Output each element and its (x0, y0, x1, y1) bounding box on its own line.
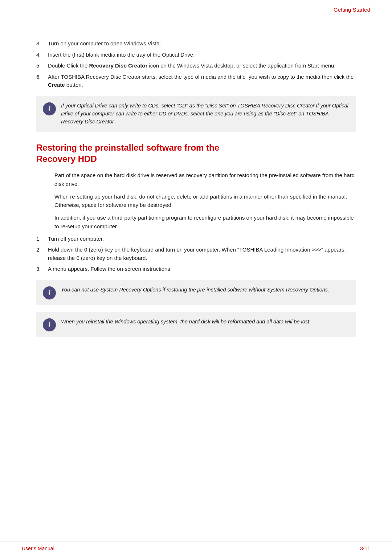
list-item: 3. Turn on your computer to open Windows… (36, 40, 356, 48)
section-heading: Restoring the preinstalled software from… (36, 142, 356, 164)
list-text: Hold down the 0 (zero) key on the keyboa… (48, 246, 356, 262)
list-item: 4. Insert the (first) blank media into t… (36, 51, 356, 59)
footer-area: User’s Manual 3-11 (0, 542, 392, 555)
list-item: 1. Turn off your computer. (36, 235, 356, 243)
content-area: 3. Turn on your computer to open Windows… (0, 33, 392, 337)
list-item: 6. After TOSHIBA Recovery Disc Creator s… (36, 73, 356, 89)
body-para-3: In addition, if you use a third-party pa… (54, 213, 356, 230)
list-item: 5. Double Click the Recovery Disc Creato… (36, 62, 356, 70)
footer-container: User’s Manual 3-11 (0, 542, 392, 555)
info-icon-2: i (43, 286, 56, 299)
body-paragraphs: Part of the space on the hard disk drive… (36, 171, 356, 230)
list-number: 6. (36, 73, 48, 89)
info-icon-1: i (43, 102, 56, 115)
list-text: Insert the (first) blank media into the … (48, 51, 356, 59)
list-number: 1. (36, 235, 48, 243)
list-item: 2. Hold down the 0 (zero) key on the key… (36, 246, 356, 262)
list-number: 5. (36, 62, 48, 70)
page-container: Getting Started 3. Turn on your computer… (0, 0, 392, 555)
list-number: 2. (36, 246, 48, 262)
list-number: 4. (36, 51, 48, 59)
info-icon-3: i (43, 318, 56, 331)
info-text-1: If your Optical Drive can only write to … (61, 102, 349, 126)
list-text: A menu appears. Follow the on-screen ins… (48, 265, 356, 273)
info-box-3: i When you reinstall the Windows operati… (36, 312, 356, 337)
recovery-steps-list: 1. Turn off your computer. 2. Hold down … (36, 235, 356, 273)
intro-steps-list: 3. Turn on your computer to open Windows… (36, 40, 356, 89)
footer-left: User’s Manual (22, 546, 54, 551)
list-number: 3. (36, 265, 48, 273)
info-box-2: i You can not use System Recovery Option… (36, 280, 356, 305)
list-text: Turn off your computer. (48, 235, 356, 243)
header-area: Getting Started (0, 0, 392, 13)
list-text: After TOSHIBA Recovery Disc Creator star… (48, 73, 356, 89)
list-item: 3. A menu appears. Follow the on-screen … (36, 265, 356, 273)
list-text: Double Click the Recovery Disc Creator i… (48, 62, 356, 70)
info-box-1: i If your Optical Drive can only write t… (36, 96, 356, 132)
header-title: Getting Started (334, 7, 370, 13)
list-number: 3. (36, 40, 48, 48)
body-para-1: Part of the space on the hard disk drive… (54, 171, 356, 188)
footer-right: 3-11 (360, 546, 370, 551)
list-text: Turn on your computer to open Windows Vi… (48, 40, 356, 48)
info-text-3: When you reinstall the Windows operating… (61, 318, 311, 326)
info-text-2: You can not use System Recovery Options … (61, 286, 329, 294)
body-para-2: When re-setting up your hard disk, do no… (54, 192, 356, 209)
